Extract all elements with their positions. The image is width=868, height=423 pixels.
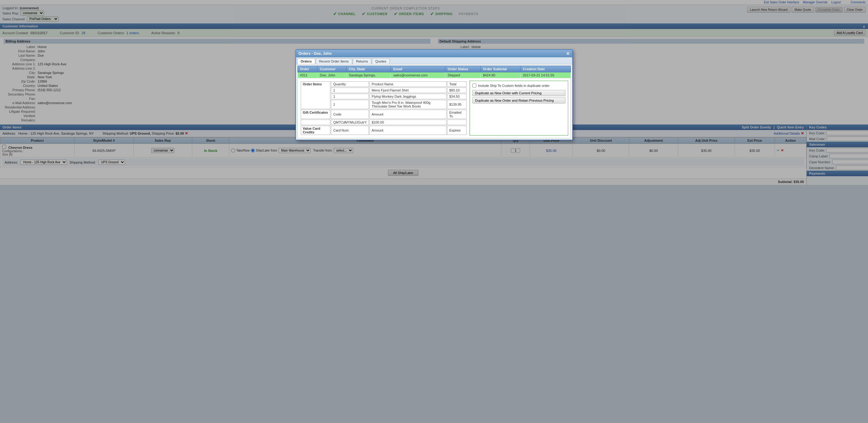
order-creation-date: 2017-03-21 14:51:55: [520, 72, 571, 78]
gift-cert-label: Gift Certificates: [301, 110, 331, 119]
gift-cert-code: QM7CdMYMsJJGutrY: [331, 120, 369, 125]
order-subtotal: $424.80: [480, 72, 520, 78]
item-1-total: $80.10: [447, 88, 466, 93]
col-status: Order Status: [445, 66, 480, 72]
item-2-qty: 1: [331, 94, 369, 99]
include-ship-label: Include Ship To Custom fields in duplica…: [478, 84, 550, 88]
modal-overlay: Orders - Doe, John ✕ Orders Recent Order…: [0, 0, 868, 423]
order-customer: Doe, John: [317, 72, 346, 78]
order-status: Shipped: [445, 72, 480, 78]
modal-tabs: Orders Recent Order Items Returns Quotes: [296, 57, 572, 64]
item-3-qty: 1: [331, 100, 369, 109]
tab-returns[interactable]: Returns: [353, 58, 372, 64]
value-card-num-header: Card Num: [331, 126, 369, 135]
col-customer: Customer: [317, 66, 346, 72]
col-email: Email: [391, 66, 445, 72]
col-city-state: City, State: [346, 66, 391, 72]
order-number: #311: [297, 72, 317, 78]
tab-orders[interactable]: Orders: [297, 58, 315, 64]
tab-quotes[interactable]: Quotes: [372, 58, 390, 64]
total-col-header: Total: [447, 82, 466, 87]
duplicate-options-panel: Include Ship To Custom fields in duplica…: [470, 81, 568, 136]
col-order: Order: [297, 66, 317, 72]
duplicate-previous-pricing-button[interactable]: Duplicate as New Order and Retain Previo…: [472, 97, 565, 103]
item-1-qty: 1: [331, 88, 369, 93]
tab-recent-order-items[interactable]: Recent Order Items: [316, 58, 352, 64]
order-email: sales@coresense.com: [391, 72, 445, 78]
gift-cert-data-row: QM7CdMYMsJJGutrY $100.00: [301, 120, 466, 125]
modal-title-bar: Orders - Doe, John ✕: [296, 50, 572, 57]
include-ship-checkbox[interactable]: [472, 84, 476, 88]
duplicate-current-pricing-button[interactable]: Duplicate as New Order with Current Pric…: [472, 90, 565, 96]
item-1-name: Mens Fjord Flannel Shirt: [369, 88, 446, 93]
value-card-amount-header: Amount: [369, 126, 446, 135]
table-row[interactable]: #311 Doe, John Saratoga Springs, sales@c…: [297, 72, 571, 78]
order-items-inner: Order Items Quantity Product Name Total …: [298, 78, 571, 138]
item-2-total: $34.50: [447, 94, 466, 99]
include-ship-row: Include Ship To Custom fields in duplica…: [472, 84, 565, 88]
gift-certs-row: Gift Certificates Code Amount Emailed To: [301, 110, 466, 119]
qty-col-header: Quantity: [331, 82, 369, 87]
orders-modal: Orders - Doe, John ✕ Orders Recent Order…: [296, 49, 573, 140]
order-items-table: Order Items Quantity Product Name Total …: [300, 81, 467, 136]
modal-content: Order Customer City, State Email Order S…: [296, 64, 572, 139]
product-col-header: Product Name: [369, 82, 446, 87]
orders-table: Order Customer City, State Email Order S…: [297, 66, 571, 138]
modal-title: Orders - Doe, John: [299, 52, 332, 56]
col-creation-date: Creation Date: [520, 66, 571, 72]
col-subtotal: Order Subtotal: [480, 66, 520, 72]
gift-cert-code-header: Code: [331, 110, 369, 119]
order-city-state: Saratoga Springs,: [346, 72, 391, 78]
item-3-total: $139.95: [447, 100, 466, 109]
modal-close-button[interactable]: ✕: [566, 51, 570, 56]
value-cards-row: Value Card Credits Card Num Amount Expir…: [301, 126, 466, 135]
order-items-label: Order Items: [301, 82, 331, 109]
order-items-expansion-row: Order Items Quantity Product Name Total …: [297, 78, 571, 138]
item-3-name: Tough Men's Pro 8 in. Waterproof 400g Th…: [369, 100, 446, 109]
order-items-left: Order Items Quantity Product Name Total …: [300, 81, 467, 136]
gift-cert-emailed-header: Emailed To: [447, 110, 466, 119]
gift-cert-amount-header: Amount: [369, 110, 446, 119]
value-card-label: Value Card Credits: [301, 126, 331, 135]
gift-cert-amount: $100.00: [369, 120, 446, 125]
item-2-name: Flying Monkey Dark Jeggings: [369, 94, 446, 99]
value-card-expires-header: Expires: [447, 126, 466, 135]
